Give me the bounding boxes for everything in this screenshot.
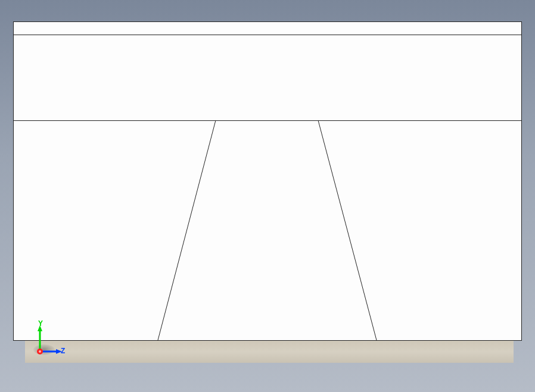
coordinate-triad[interactable]: Y Z <box>33 321 75 362</box>
z-axis-label: Z <box>61 347 65 355</box>
base-plate-face[interactable] <box>25 340 514 363</box>
cad-viewport[interactable]: Y Z <box>0 0 535 392</box>
top-edge-line[interactable] <box>13 35 522 35</box>
main-body-face[interactable] <box>13 21 522 341</box>
y-axis-label: Y <box>38 319 43 328</box>
middle-edge-line[interactable] <box>13 120 522 121</box>
model-container <box>0 0 535 392</box>
x-axis-origin-highlight <box>39 350 41 353</box>
